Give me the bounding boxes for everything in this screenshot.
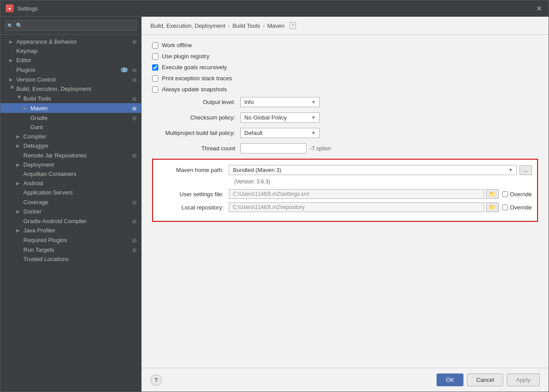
maven-home-row: Maven home path: Bundled (Maven 3) ▼ ... [158,165,532,175]
user-settings-input[interactable] [229,189,484,199]
plugin-badge: 1 [121,67,128,72]
sidebar-item-gradle[interactable]: Gradle ▤ [0,113,141,123]
print-exception-checkbox[interactable] [152,75,158,82]
execute-goals-label[interactable]: Execute goals recursively [162,64,227,71]
maven-home-dropdown[interactable]: Bundled (Maven 3) ▼ [229,165,517,175]
sidebar-item-label: Debugger [23,142,138,149]
dropdown-arrow-icon: ▼ [311,100,316,105]
user-settings-browse-button[interactable]: 📁 [486,189,499,199]
always-update-label[interactable]: Always update snapshots [162,86,227,93]
maven-home-value: Bundled (Maven 3) [233,167,281,173]
maven-version-text: (Version: 3.6.3) [234,179,532,185]
search-box [0,17,141,35]
sidebar-item-label: Remote Jar Repositories [23,152,130,159]
sidebar-item-label: Deployment [23,161,138,168]
checksum-policy-dropdown[interactable]: No Global Policy ▼ [240,112,320,123]
user-settings-override-checkbox[interactable] [502,191,508,197]
checksum-policy-value: No Global Policy [244,114,287,121]
sidebar-item-docker[interactable]: ▶ Docker [0,207,141,216]
work-offline-checkbox[interactable] [152,42,158,49]
search-input[interactable] [5,20,137,31]
local-repo-browse-button[interactable]: 📁 [486,202,499,212]
sidebar-item-label: Required Plugins [23,237,130,243]
help-button[interactable]: ? [150,374,162,386]
local-repo-input[interactable] [229,202,484,212]
apply-button[interactable]: Apply [507,373,540,386]
sidebar-item-build-tools[interactable]: ▶ Build Tools ▤ [0,93,141,103]
sidebar: ▶ Appearance & Behavior ▤ Keymap ▶ Edito… [0,17,142,392]
sidebar-item-debugger[interactable]: ▶ Debugger [0,141,141,150]
multiproject-policy-control: Default ▼ [240,128,538,138]
sidebar-item-label: Application Servers [23,189,138,196]
sidebar-item-plugins[interactable]: Plugins 1 ▤ [0,65,141,75]
always-update-checkbox[interactable] [152,86,158,93]
settings-icon: ▤ [131,95,138,102]
sidebar-item-remote-jar[interactable]: Remote Jar Repositories ▤ [0,150,141,160]
breadcrumb-sep-1: › [228,22,230,29]
arrow-spacer [16,257,22,261]
app-icon: ● [6,4,14,12]
sidebar-item-label: Gradle [30,115,130,121]
sidebar-item-label: Docker [23,208,138,215]
sidebar-item-coverage[interactable]: Coverage ▤ [0,197,141,207]
sidebar-item-deployment[interactable]: ▶ Deployment [0,160,141,169]
sidebar-item-arquillian[interactable]: Arquillian Containers [0,169,141,179]
local-repo-override-label[interactable]: Override [510,204,532,211]
sidebar-item-label: Plugins [16,67,121,73]
ok-button[interactable]: OK [437,373,463,386]
work-offline-label[interactable]: Work offline [162,42,192,49]
sidebar-item-label: Keymap [16,48,138,54]
thread-count-input[interactable] [240,143,306,153]
right-panel: Build, Execution, Deployment › Build Too… [142,17,549,392]
maven-home-browse-button[interactable]: ... [519,165,532,175]
sidebar-item-required-plugins[interactable]: Required Plugins ▤ [0,235,141,245]
sidebar-item-java-profiler[interactable]: ▶ Java Profiler [0,226,141,235]
cancel-button[interactable]: Cancel [467,373,503,386]
sidebar-item-label: Editor [16,57,138,63]
arrow-expanded-icon: ▶ [17,95,22,101]
sidebar-item-keymap[interactable]: Keymap [0,46,141,56]
sidebar-item-android[interactable]: ▶ Android [0,179,141,188]
sidebar-item-appearance[interactable]: ▶ Appearance & Behavior ▤ [0,37,141,46]
execute-goals-row: Execute goals recursively [152,64,538,71]
local-repo-override: Override [502,204,532,211]
settings-icon: ▤ [131,105,138,112]
sidebar-item-trusted-locations[interactable]: Trusted Locations [0,254,141,264]
close-button[interactable]: ✕ [534,4,543,13]
arrow-icon: ▶ [16,162,22,167]
execute-goals-checkbox[interactable] [152,64,158,71]
arrow-icon: ▶ [16,181,22,186]
sidebar-item-label: Maven [30,105,130,112]
sidebar-item-build-exec-deploy[interactable]: ▶ Build, Execution, Deployment [0,84,141,93]
sidebar-item-editor[interactable]: ▶ Editor [0,56,141,65]
sidebar-item-maven[interactable]: ▶ Maven ▤ [0,103,141,113]
sidebar-item-gradle-android[interactable]: Gradle-Android Compiler ▤ [0,216,141,226]
settings-icon: ▤ [131,114,138,121]
sidebar-item-app-servers[interactable]: Application Servers [0,188,141,197]
dropdown-arrow-icon: ▼ [311,115,316,120]
breadcrumb-help-icon[interactable]: ? [290,22,296,29]
sidebar-item-label: Android [23,180,138,187]
use-plugin-registry-checkbox[interactable] [152,53,158,60]
multiproject-policy-dropdown[interactable]: Default ▼ [240,128,320,138]
sidebar-item-compiler[interactable]: ▶ Compiler [0,132,141,141]
checksum-policy-label: Checksum policy: [152,114,240,121]
use-plugin-registry-label[interactable]: Use plugin registry [162,53,209,60]
user-settings-override: Override [502,191,532,198]
arrow-icon: ▶ [23,106,30,111]
print-exception-label[interactable]: Print exception stack traces [162,75,232,82]
sidebar-item-gant[interactable]: Gant [0,123,141,132]
sidebar-item-label: Arquillian Containers [23,171,138,177]
local-repo-override-checkbox[interactable] [502,205,508,210]
sidebar-item-version-control[interactable]: ▶ Version Control ▤ [0,75,141,84]
sidebar-item-run-targets[interactable]: Run Targets ▤ [0,245,141,254]
print-exception-row: Print exception stack traces [152,75,538,82]
settings-content: Work offline Use plugin registry Execute… [142,35,549,368]
arrow-icon: ▶ [9,77,15,82]
thread-count-control: -T option [240,143,538,153]
arrow-spacer [23,125,30,130]
user-settings-label: User settings file: [158,191,229,198]
output-level-dropdown[interactable]: Info ▼ [240,97,320,107]
main-content: ▶ Appearance & Behavior ▤ Keymap ▶ Edito… [0,17,549,392]
user-settings-override-label[interactable]: Override [510,191,532,198]
